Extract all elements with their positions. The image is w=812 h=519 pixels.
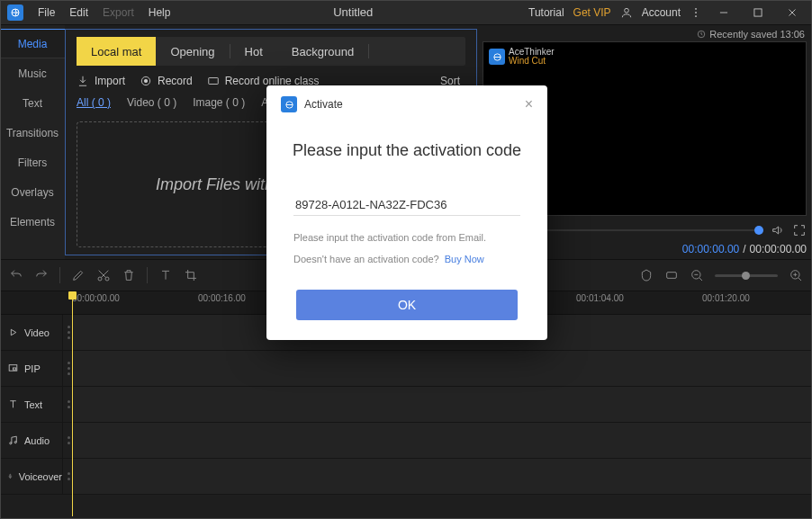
dialog-icon [281,96,297,112]
brand-icon [489,49,505,65]
menu-export: Export [95,6,141,19]
time-current: 00:00:00.00 [682,243,739,255]
tab-hot[interactable]: Hot [230,37,277,66]
crop-icon[interactable] [184,268,198,282]
redo-icon[interactable] [34,268,49,282]
separator [59,267,60,283]
track-label: PIP [24,363,41,374]
text-tool-icon[interactable] [158,268,173,282]
svg-point-4 [695,15,696,16]
account-link[interactable]: Account [642,6,681,19]
tab-background[interactable]: Background [277,37,368,66]
svg-marker-27 [11,329,15,336]
text-icon [7,398,19,410]
clock-icon [697,30,706,39]
svg-rect-32 [10,474,11,477]
zoom-slider[interactable] [715,274,778,277]
rail-music[interactable]: Music [0,58,65,88]
import-label: Import [95,75,125,87]
tab-opening[interactable]: Opening [156,37,229,66]
zoom-in-icon[interactable] [789,268,803,282]
app-icon [7,4,23,21]
side-rail: Media Music Text Transitions Filters Ove… [0,25,65,259]
track-voiceover[interactable]: Voiceover [0,459,812,495]
brand-line2: Wind Cut [509,57,555,66]
ruler-tick: 00:01:20.00 [702,293,750,303]
rail-transitions[interactable]: Transitions [0,118,65,148]
time-sep: / [743,243,745,255]
playhead[interactable] [72,291,73,516]
video-icon [7,327,19,338]
filter-video[interactable]: Video ( 0 ) [127,96,176,109]
undo-icon[interactable] [9,268,23,282]
saved-indicator: Recently saved 13:06 [483,29,807,41]
zoom-thumb[interactable] [742,272,750,280]
svg-rect-11 [208,78,218,85]
media-tabs: Local mat Opening Hot Background [77,37,465,66]
get-vip-link[interactable]: Get VIP [573,6,611,19]
cut-icon[interactable] [96,268,111,282]
rail-overlays[interactable]: Overlays [0,177,65,207]
minimize-button[interactable] [711,4,736,22]
account-icon[interactable] [620,6,633,19]
time-total: 00:00:00.00 [750,243,807,255]
maximize-button[interactable] [745,4,771,22]
buy-now-link[interactable]: Buy Now [445,254,484,264]
tab-local[interactable]: Local mat [77,37,156,66]
fit-icon[interactable] [664,268,679,282]
close-button[interactable] [780,4,805,22]
svg-rect-29 [14,368,16,370]
delete-icon[interactable] [122,268,136,282]
track-label: Text [24,399,42,410]
menu-file[interactable]: File [31,6,62,19]
svg-rect-19 [667,273,677,279]
tab-separator [368,44,369,58]
rail-filters[interactable]: Filters [0,148,65,177]
dialog-heading: Please input the activation code [281,141,533,160]
svg-point-1 [624,8,628,13]
fullscreen-icon[interactable] [792,223,807,237]
microphone-icon [7,470,14,482]
marker-icon[interactable] [639,268,654,282]
rail-media[interactable]: Media [0,29,65,58]
menu-edit[interactable]: Edit [62,6,95,19]
tutorial-link[interactable]: Tutorial [528,6,564,19]
track-text[interactable]: Text [0,387,812,423]
ruler-tick: 00:00:00.00 [72,293,120,303]
rail-elements[interactable]: Elements [0,207,65,237]
track-label: Video [24,327,50,338]
svg-point-3 [695,12,696,13]
dialog-close-button[interactable]: × [525,96,533,112]
track-label: Voiceover [19,471,62,482]
record-button[interactable]: Record [140,75,193,87]
edit-icon[interactable] [71,268,86,282]
menu-help[interactable]: Help [141,6,178,19]
track-pip[interactable]: PIP [0,351,812,387]
import-button[interactable]: Import [77,75,125,87]
ruler-tick: 00:00:16.00 [198,293,246,303]
track-audio[interactable]: Audio [0,423,812,459]
ok-button[interactable]: OK [296,290,518,320]
activation-code-input[interactable] [293,194,520,216]
dialog-hint: Please input the activation code from Em… [293,232,520,243]
svg-point-10 [144,79,148,83]
svg-line-26 [798,278,801,281]
filter-all[interactable]: All ( 0 ) [77,96,111,109]
ruler-tick: 00:01:04.00 [576,293,624,303]
track-label: Audio [24,435,50,446]
svg-line-22 [699,278,702,281]
dialog-question: Doesn't have an activation code?Buy Now [293,254,520,264]
dialog-title: Activate [304,98,343,111]
svg-point-31 [14,442,16,443]
rail-text[interactable]: Text [0,88,65,118]
activation-dialog: Activate × Please input the activation c… [266,85,547,340]
svg-rect-6 [754,8,762,15]
zoom-out-icon[interactable] [690,268,704,282]
pip-icon [7,362,19,374]
brand-badge: AceThinkerWind Cut [489,48,555,66]
separator [147,267,148,283]
scrub-thumb[interactable] [754,226,763,235]
more-icon[interactable] [690,6,702,19]
filter-image[interactable]: Image ( 0 ) [193,96,245,109]
volume-icon[interactable] [771,223,785,237]
